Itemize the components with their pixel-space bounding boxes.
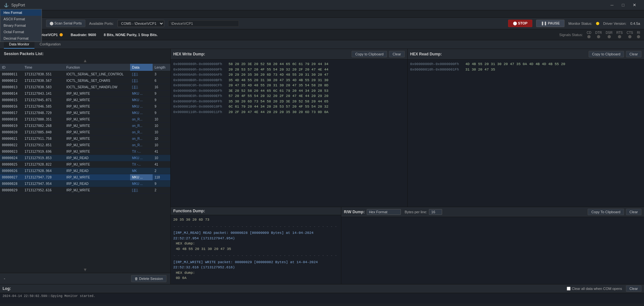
table-row[interactable]: 00000025 1713127928.822 IRP_MJ_WRITE TX …: [0, 161, 170, 168]
hex-write-row: 0x000000C0h-0x000000CFh 20 47 35 4D 48 5…: [173, 83, 405, 88]
table-row[interactable]: 00000018 1713127880.351 IRP_MJ_WRITE on_…: [0, 116, 170, 123]
cell-id: 00000025: [0, 161, 23, 168]
table-row[interactable]: 00000015 1713127845.071 IRP_MJ_WRITE MKU…: [0, 97, 170, 103]
cell-time: 1713127912.851: [23, 142, 64, 148]
log-content[interactable]: 2024-04-14 22:50:02.599::Spying Monitor …: [0, 293, 644, 303]
hex-write-row: 0x00000100h-0x0000010Fh 6C 61 79 20 44 3…: [173, 104, 405, 110]
cell-data: TX -...: [130, 161, 153, 168]
delete-session-button[interactable]: 🗑 Delete Session: [131, 275, 166, 282]
monitor-label: Monitor: [0, 10, 644, 18]
cell-function: IRP_MJ_WRITE: [64, 136, 130, 142]
table-row[interactable]: 00000028 1713127947.954 IRP_MJ_READ MKU …: [0, 181, 170, 187]
port-select[interactable]: COM5 - \Device\VCP1: [118, 20, 164, 27]
func-hex-data: 0D 0A: [176, 275, 338, 281]
toolbar-right: ⬤ STOP ❚❚ PAUSE Monitor Status: Driver V…: [508, 20, 640, 27]
cell-length: 9: [153, 103, 170, 110]
stop-button[interactable]: ⬤ STOP: [508, 20, 532, 27]
table-row[interactable]: 00000017 1713127848.729 IRP_MJ_WRITE MKU…: [0, 110, 170, 116]
hex-write-row: 0x000000D0h-0x000000DFh 3E 20 52 58 20 4…: [173, 88, 405, 94]
session-table-container[interactable]: ID Time Function Data Length 00000011 17…: [0, 64, 170, 266]
cell-function: IRP_MJ_WRITE: [64, 174, 130, 181]
table-row[interactable]: 00000022 1713127912.851 IRP_MJ_WRITE on_…: [0, 142, 170, 148]
table-row[interactable]: 00000026 1713127928.964 IRP_MJ_READ MK 2: [0, 168, 170, 174]
table-row[interactable]: 00000027 1713127947.720 IRP_MJ_WRITE MKU…: [0, 174, 170, 181]
col-data[interactable]: Data: [130, 64, 153, 71]
rw-dump-header: R/W Dump: Hex FormatASCII FormatBinary F…: [341, 207, 644, 217]
cell-id: 00000019: [0, 123, 23, 129]
table-row[interactable]: 00000019 1713127882.268 IRP_MJ_WRITE on_…: [0, 123, 170, 129]
pause-button[interactable]: ❚❚ PAUSE: [536, 20, 564, 27]
right-panel: HEX Write Dump: Copy to Clipboard Clear …: [171, 49, 644, 284]
hex-read-title: HEX Read Dump:: [410, 52, 587, 56]
hex-write-header: HEX Write Dump: Copy to Clipboard Clear: [171, 49, 407, 60]
hex-read-copy-button[interactable]: Copy to Clipboard: [589, 51, 624, 57]
cell-id: 00000026: [0, 168, 23, 174]
cell-time: 1713127919.853: [23, 155, 64, 161]
rw-dump-content[interactable]: [341, 217, 644, 284]
hex-read-content[interactable]: 0x00000000h-0x0000000Fh 4D 4B 55 20 31 3…: [408, 60, 644, 207]
hex-read-panel: HEX Read Dump: Copy to Clipboard Clear 0…: [408, 49, 644, 207]
cell-length: 2: [153, 168, 170, 174]
table-row[interactable]: 00000012 1713127830.567 IOCTL_SERIAL_SET…: [0, 78, 170, 84]
hex-write-content[interactable]: 0x00000080h-0x0000008Fh 58 20 2D 3E 20 5…: [171, 60, 407, 207]
hex-write-row: 0x000000F0h-0x000000FFh 35 30 20 6D 73 5…: [173, 99, 405, 104]
hex-write-copy-button[interactable]: Copy to Clipboard: [352, 51, 387, 57]
cell-data: MKU ...: [130, 155, 153, 161]
maximize-button[interactable]: □: [618, 0, 628, 10]
clear-all-checkbox[interactable]: [567, 287, 571, 291]
app-icon: ⚓: [4, 3, 9, 7]
func-hex-label: HEX dump:: [176, 270, 338, 276]
cell-time: 1713127830.583: [23, 84, 64, 91]
bytes-per-line-select[interactable]: 16: [429, 209, 442, 215]
hex-write-clear-button[interactable]: Clear: [389, 51, 404, 57]
hex-read-row: 0x00000010h-0x0000001Fh 31 30 20 47 35: [410, 67, 642, 72]
cell-data: on_R...: [130, 136, 153, 142]
func-dump-content[interactable]: 20 35 30 20 6D 73- - - - - - - - - - - -…: [171, 215, 341, 284]
table-row[interactable]: 00000011 1713127830.551 IOCTL_SERIAL_SET…: [0, 71, 170, 78]
title-bar-left: ⚓ SpyPort: [4, 3, 25, 7]
cell-length: 9: [153, 181, 170, 187]
minimize-button[interactable]: ─: [607, 0, 617, 10]
hex-read-clear-button[interactable]: Clear: [626, 51, 641, 57]
cell-time: 1713127882.268: [23, 123, 64, 129]
cell-data: [.][.].: [130, 84, 153, 91]
driver-version-label: Driver Version:: [603, 22, 626, 25]
table-row[interactable]: 00000029 1713127952.616 IRP_MJ_WRITE [.]…: [0, 187, 170, 194]
col-time[interactable]: Time: [23, 64, 64, 71]
table-row[interactable]: 00000023 1713127919.696 IRP_MJ_WRITE TX …: [0, 148, 170, 155]
func-packet-header: [IRP_MJ_WRITE] WRITE packet: 00000029 [0…: [173, 260, 338, 270]
port-path-input[interactable]: [168, 20, 239, 27]
table-row[interactable]: 00000020 1713127885.040 IRP_MJ_WRITE on_…: [0, 129, 170, 136]
table-row[interactable]: 00000021 1713127911.758 IRP_MJ_WRITE on_…: [0, 136, 170, 142]
col-id[interactable]: ID: [0, 64, 23, 71]
close-button[interactable]: ✕: [629, 0, 640, 10]
cell-time: 1713127952.616: [23, 187, 64, 194]
table-row[interactable]: 00000016 1713127846.585 IRP_MJ_WRITE MKU…: [0, 103, 170, 110]
cell-length: 9: [153, 110, 170, 116]
rw-dump-copy-button[interactable]: Copy To Clipboard: [588, 209, 624, 215]
cell-function: IRP_MJ_WRITE: [64, 161, 130, 168]
cell-time: 1713127928.822: [23, 161, 64, 168]
format-select[interactable]: Hex FormatASCII FormatBinary FormatOctal…: [367, 209, 401, 215]
cell-length: 118: [153, 174, 170, 181]
scroll-down-arrow[interactable]: ▼: [0, 266, 170, 273]
hex-read-header: HEX Read Dump: Copy to Clipboard Clear: [408, 49, 644, 60]
target-port-dot: [60, 33, 63, 36]
table-row[interactable]: 00000024 1713127919.853 IRP_MJ_READ MKU …: [0, 155, 170, 161]
log-clear-button[interactable]: Clear: [626, 285, 641, 292]
col-length[interactable]: Length: [153, 64, 170, 71]
cell-id: 00000015: [0, 97, 23, 103]
table-row[interactable]: 00000014 1713127843.141 IRP_MJ_WRITE MKU…: [0, 91, 170, 97]
table-row[interactable]: 00000013 1713127830.583 IOCTL_SERIAL_SET…: [0, 84, 170, 91]
cell-id: 00000012: [0, 78, 23, 84]
col-function[interactable]: Function: [64, 64, 130, 71]
cell-data: MKU ...: [130, 103, 153, 110]
rw-dump-clear-button[interactable]: Clear: [626, 209, 641, 215]
cell-id: 00000016: [0, 103, 23, 110]
cell-data: MKU ...: [130, 181, 153, 187]
cell-time: 1713127947.720: [23, 174, 64, 181]
scan-serial-ports-button[interactable]: ⬤ Scan Serial Ports: [46, 20, 85, 27]
scroll-up-arrow[interactable]: ▲: [0, 57, 170, 64]
cell-function: IRP_MJ_READ: [64, 168, 130, 174]
rw-dump-actions: Copy To Clipboard Clear: [588, 209, 641, 215]
